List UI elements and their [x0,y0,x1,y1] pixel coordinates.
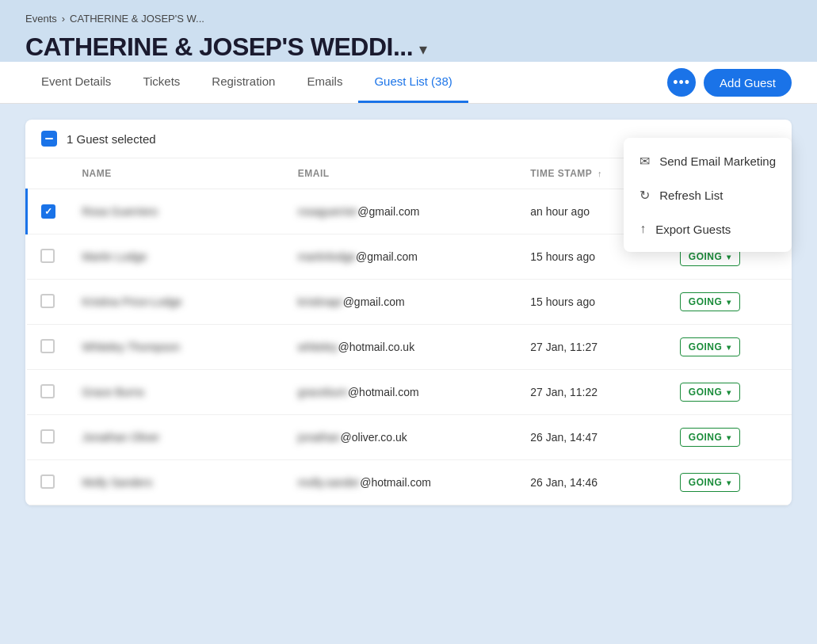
tabs-list: Event Details Tickets Registration Email… [25,62,468,103]
title-dropdown-arrow[interactable]: ▾ [419,40,427,59]
row-name-2: Martin Lodge [69,234,284,280]
more-options-button[interactable]: ••• [667,68,696,97]
refresh-icon: ↻ [639,188,650,203]
row-email-1: rosaguerrier@gmail.com [285,189,517,234]
dropdown-item-send-email[interactable]: ✉ Send Email Marketing [624,144,792,178]
row-email-2: martinlodge@gmail.com [285,234,517,280]
rsvp-badge-4[interactable]: GOING ▾ [680,337,740,356]
row-checkbox-cell [27,280,70,325]
row-checkbox-cell [27,460,70,505]
rsvp-badge-7[interactable]: GOING ▾ [680,473,740,492]
th-email: EMAIL [285,158,517,189]
row-email-4: whiteley@hotmail.co.uk [285,325,517,370]
table-row: Whiteley Thompson whiteley@hotmail.co.uk… [27,325,792,370]
dropdown-label-send-email: Send Email Marketing [659,154,776,168]
tab-registration[interactable]: Registration [196,62,291,103]
row-email-6: jonathan@oliver.co.uk [285,415,517,460]
row-checkbox-5[interactable] [40,384,55,398]
row-rsvp-7[interactable]: GOING ▾ [667,460,792,505]
dropdown-item-refresh-list[interactable]: ↻ Refresh List [624,178,792,212]
row-name-7: Molly Sanders [69,460,284,505]
row-checkbox-2[interactable] [40,249,55,263]
export-icon: ↑ [639,222,646,236]
row-timestamp-7: 26 Jan, 14:46 [517,460,667,505]
tab-emails[interactable]: Emails [291,62,358,103]
rsvp-chevron-icon: ▾ [727,343,731,352]
table-row: Grace Burns graceburn@hotmail.com 27 Jan… [27,370,792,415]
select-all-checkbox[interactable] [41,131,57,147]
row-checkbox-cell [27,234,70,280]
breadcrumb-separator: › [62,13,65,25]
row-checkbox-6[interactable] [40,429,55,444]
table-row: Jonathan Oliver jonathan@oliver.co.uk 26… [27,415,792,460]
tab-tickets[interactable]: Tickets [127,62,196,103]
tabs-bar: Event Details Tickets Registration Email… [0,62,817,104]
row-checkbox-3[interactable] [40,294,55,308]
row-rsvp-3[interactable]: GOING ▾ [667,280,792,325]
sort-icon: ↑ [597,169,602,178]
tab-actions: ••• Add Guest [667,68,792,97]
dropdown-item-export-guests[interactable]: ↑ Export Guests [624,212,792,246]
row-timestamp-3: 15 hours ago [517,280,667,325]
email-icon: ✉ [639,154,650,169]
dropdown-menu: ✉ Send Email Marketing ↻ Refresh List ↑ … [624,138,792,252]
rsvp-chevron-icon: ▾ [727,388,731,397]
row-timestamp-4: 27 Jan, 11:27 [517,325,667,370]
row-checkbox-4[interactable] [40,339,55,353]
table-row: Molly Sanders molly.sander@hotmail.com 2… [27,460,792,505]
row-name-3: Kristina Price-Lodge [69,280,284,325]
row-email-7: molly.sander@hotmail.com [285,460,517,505]
breadcrumb-current: CATHERINE & JOSEP'S W... [70,13,204,25]
table-row: Kristina Price-Lodge kristinapr@gmail.co… [27,280,792,325]
row-name-6: Jonathan Oliver [69,415,284,460]
row-name-4: Whiteley Thompson [69,325,284,370]
row-checkbox-cell [27,189,70,234]
add-guest-button[interactable]: Add Guest [704,69,792,97]
page-title: CATHERINE & JOSEP'S WEDDI... [25,32,413,62]
rsvp-chevron-icon: ▾ [727,478,731,487]
row-email-5: graceburn@hotmail.com [285,370,517,415]
row-timestamp-6: 26 Jan, 14:47 [517,415,667,460]
breadcrumb: Events › CATHERINE & JOSEP'S W... [25,13,792,25]
row-email-3: kristinapr@gmail.com [285,280,517,325]
breadcrumb-events[interactable]: Events [25,13,57,25]
th-checkbox [27,158,70,189]
row-name-5: Grace Burns [69,370,284,415]
row-checkbox-cell [27,370,70,415]
tab-event-details[interactable]: Event Details [25,62,127,103]
rsvp-chevron-icon: ▾ [727,433,731,442]
selection-count-text: 1 Guest selected [67,132,156,146]
rsvp-chevron-icon: ▾ [727,298,731,307]
rsvp-chevron-icon: ▾ [727,253,731,261]
row-name-1: Rosa Guerriero [69,189,284,234]
row-timestamp-5: 27 Jan, 11:22 [517,370,667,415]
row-rsvp-4[interactable]: GOING ▾ [667,325,792,370]
dropdown-label-export-guests: Export Guests [655,223,731,236]
row-checkbox-cell [27,325,70,370]
th-name: NAME [69,158,284,189]
row-checkbox-1[interactable] [41,204,55,219]
dropdown-label-refresh-list: Refresh List [659,189,723,202]
page-title-row: CATHERINE & JOSEP'S WEDDI... ▾ [25,32,792,62]
row-rsvp-6[interactable]: GOING ▾ [667,415,792,460]
rsvp-badge-5[interactable]: GOING ▾ [680,383,740,402]
row-rsvp-5[interactable]: GOING ▾ [667,370,792,415]
row-checkbox-7[interactable] [40,474,55,489]
top-header: Events › CATHERINE & JOSEP'S W... CATHER… [0,0,817,62]
tab-guest-list[interactable]: Guest List (38) [358,62,468,103]
rsvp-badge-3[interactable]: GOING ▾ [680,292,740,311]
row-checkbox-cell [27,415,70,460]
rsvp-badge-6[interactable]: GOING ▾ [680,428,740,447]
